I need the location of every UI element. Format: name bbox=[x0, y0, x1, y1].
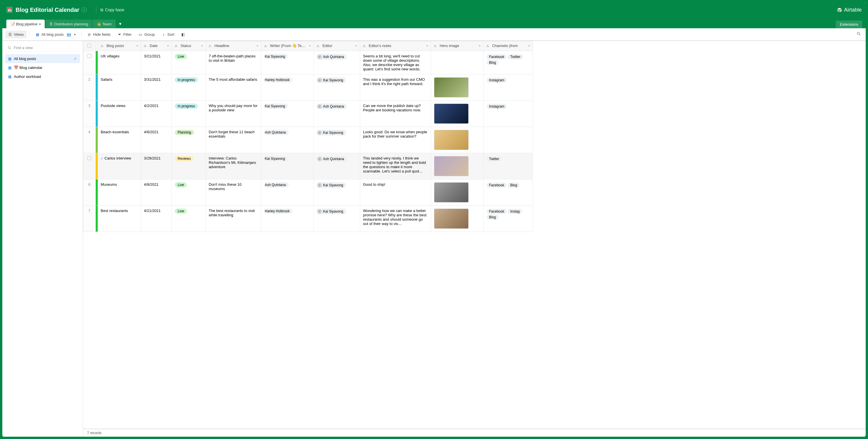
cell-editor[interactable]: ×Ash Quintana bbox=[314, 101, 360, 127]
remove-icon[interactable]: × bbox=[317, 183, 322, 187]
table-row[interactable]: 7Best restaurants4/21/2021LiveThe best r… bbox=[83, 206, 533, 232]
remove-icon[interactable]: × bbox=[317, 55, 322, 59]
column-header[interactable] bbox=[95, 41, 97, 51]
row-number[interactable]: 6 bbox=[83, 180, 96, 206]
row-checkbox[interactable] bbox=[87, 54, 91, 58]
cell-headline[interactable]: The 5 most affordable safaris bbox=[206, 74, 261, 101]
remove-icon[interactable]: × bbox=[317, 104, 322, 109]
sort-button[interactable]: ↕Sort bbox=[159, 31, 177, 38]
base-icon[interactable]: 📅 bbox=[6, 7, 13, 13]
hero-thumbnail[interactable] bbox=[434, 130, 469, 150]
group-button[interactable]: ▭Group bbox=[135, 31, 157, 38]
cell-blog-post[interactable]: Safaris bbox=[98, 74, 141, 101]
cell-status[interactable]: Planning bbox=[172, 127, 206, 153]
hero-thumbnail[interactable] bbox=[434, 209, 469, 229]
search-button[interactable] bbox=[855, 30, 863, 39]
cell-date[interactable]: 4/8/2021 bbox=[141, 180, 172, 206]
sidebar-view-item[interactable]: ▦📅 Blog calendar bbox=[5, 63, 80, 72]
column-header[interactable]: AHero image▾ bbox=[431, 41, 483, 51]
remove-icon[interactable]: × bbox=[317, 130, 322, 135]
find-view-input[interactable]: Find a view bbox=[5, 44, 80, 52]
cell-headline[interactable]: Don't miss these 10 museums bbox=[206, 180, 261, 206]
cell-hero-image[interactable] bbox=[431, 206, 483, 232]
cell-headline[interactable]: 7 off-the-beaten-path places to visit in… bbox=[206, 51, 261, 74]
cell-status[interactable]: Live bbox=[172, 51, 206, 74]
column-header[interactable]: AChannels (from▾ bbox=[483, 41, 533, 51]
extensions-button[interactable]: Extensions bbox=[836, 21, 862, 28]
cell-hero-image[interactable] bbox=[431, 127, 483, 153]
cell-date[interactable]: 3/29/2021 bbox=[141, 153, 172, 180]
remove-icon[interactable]: × bbox=[317, 78, 322, 83]
cell-notes[interactable]: Good to ship! bbox=[360, 180, 431, 206]
cell-status[interactable]: Live bbox=[172, 206, 206, 232]
airtable-logo[interactable]: Airtable bbox=[837, 7, 862, 13]
cell-headline[interactable]: Why you should pay more for a poolside v… bbox=[206, 101, 261, 127]
person-chip[interactable]: ×Ash Quintana bbox=[317, 156, 347, 162]
person-chip[interactable]: ×Ash Quintana bbox=[317, 103, 347, 109]
row-number[interactable] bbox=[83, 153, 96, 180]
cell-status[interactable]: In progress bbox=[172, 74, 206, 101]
cell-headline[interactable]: Interview: Carlos Richardson's Mt. Kilim… bbox=[206, 153, 261, 180]
cell-blog-post[interactable]: UK villages bbox=[98, 51, 141, 74]
cell-channels[interactable]: Twitter bbox=[483, 153, 533, 180]
cell-blog-post[interactable]: Poolside views bbox=[98, 101, 141, 127]
column-header[interactable]: AHeadline▾ bbox=[206, 41, 261, 51]
table-row[interactable]: ⤢Carlos interview3/29/2021ReviewsIntervi… bbox=[83, 153, 533, 180]
table-row[interactable]: 3Poolside views4/2/2021In progressWhy yo… bbox=[83, 101, 533, 127]
color-button[interactable]: ◧ bbox=[178, 31, 188, 38]
cell-hero-image[interactable] bbox=[431, 153, 483, 180]
cell-hero-image[interactable] bbox=[431, 180, 483, 206]
base-name[interactable]: Blog Editorial Calendar bbox=[16, 7, 79, 13]
row-checkbox[interactable] bbox=[87, 156, 91, 160]
expand-icon[interactable]: ⤢ bbox=[101, 157, 103, 160]
cell-notes[interactable]: This was a suggestion from our CMO and I… bbox=[360, 74, 431, 101]
row-number[interactable] bbox=[83, 51, 96, 74]
cell-status[interactable]: Reviews bbox=[172, 153, 206, 180]
cell-editor[interactable]: ×Kai Siyavong bbox=[314, 74, 360, 101]
filter-button[interactable]: ⏷Filter bbox=[115, 31, 134, 38]
info-icon[interactable]: i bbox=[82, 7, 87, 12]
cell-hero-image[interactable] bbox=[431, 51, 483, 74]
cell-date[interactable]: 4/6/2021 bbox=[141, 127, 172, 153]
cell-editor[interactable]: ×Kai Siyavong bbox=[314, 180, 360, 206]
table-row[interactable]: 4Beach essentials4/6/2021PlanningDon't f… bbox=[83, 127, 533, 153]
sidebar-view-item[interactable]: ▦All blog posts✓ bbox=[5, 54, 80, 63]
hide-fields-button[interactable]: ⊘Hide fields bbox=[85, 31, 114, 38]
column-header[interactable]: ADate▾ bbox=[141, 41, 172, 51]
tab-distribution-planning[interactable]: 🗓 Distribution planning bbox=[45, 20, 92, 28]
cell-editor[interactable]: ×Kai Siyavong bbox=[314, 206, 360, 232]
cell-editor[interactable]: ×Kai Siyavong bbox=[314, 127, 360, 153]
tab-team[interactable]: 👋 Team bbox=[93, 20, 115, 28]
cell-blog-post[interactable]: ⤢Carlos interview bbox=[98, 153, 141, 180]
hero-thumbnail[interactable] bbox=[434, 77, 469, 97]
cell-blog-post[interactable]: Museums bbox=[98, 180, 141, 206]
hero-thumbnail[interactable] bbox=[434, 156, 469, 176]
cell-channels[interactable]: FacebookBlog bbox=[483, 180, 533, 206]
cell-channels[interactable]: FacebookTwitterBlog bbox=[483, 51, 533, 74]
sidebar-view-item[interactable]: ▦Author workload bbox=[5, 72, 80, 81]
column-header[interactable]: ABlog posts▾ bbox=[98, 41, 141, 51]
cell-date[interactable]: 3/31/2021 bbox=[141, 74, 172, 101]
column-header[interactable]: AEditor's notes▾ bbox=[360, 41, 431, 51]
cell-writer[interactable]: Kai Siyavong bbox=[261, 51, 314, 74]
row-number[interactable]: 3 bbox=[83, 101, 96, 127]
cell-writer[interactable]: Kai Siyavong bbox=[261, 153, 314, 180]
row-number[interactable]: 7 bbox=[83, 206, 96, 232]
column-header[interactable] bbox=[83, 41, 96, 51]
person-chip[interactable]: ×Kai Siyavong bbox=[317, 77, 346, 83]
cell-notes[interactable]: Wondering how we can make a better promi… bbox=[360, 206, 431, 232]
cell-channels[interactable]: Instagram bbox=[483, 74, 533, 101]
person-chip[interactable]: ×Kai Siyavong bbox=[317, 130, 346, 135]
cell-headline[interactable]: The best restaurants to visit while trav… bbox=[206, 206, 261, 232]
column-header[interactable]: AStatus▾ bbox=[172, 41, 206, 51]
cell-notes[interactable]: Seems a bit long, we'll need to cut down… bbox=[360, 51, 431, 74]
cell-channels[interactable] bbox=[483, 127, 533, 153]
cell-status[interactable]: Live bbox=[172, 180, 206, 206]
cell-blog-post[interactable]: Best restaurants bbox=[98, 206, 141, 232]
cell-writer[interactable]: Ash Quintana bbox=[261, 127, 314, 153]
row-number[interactable]: 4 bbox=[83, 127, 96, 153]
cell-hero-image[interactable] bbox=[431, 101, 483, 127]
tab-add-or-show[interactable]: ▾ bbox=[116, 19, 124, 28]
cell-date[interactable]: 4/2/2021 bbox=[141, 101, 172, 127]
remove-icon[interactable]: × bbox=[317, 209, 322, 214]
